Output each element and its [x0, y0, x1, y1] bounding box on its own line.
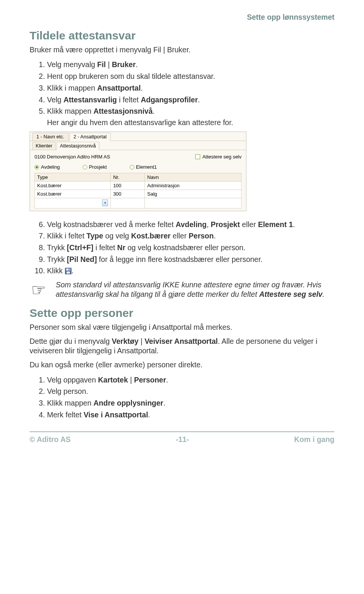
radio-icon — [83, 165, 87, 169]
step-item: Klikk mappen Attestasjonsnivå.Her angir … — [47, 106, 334, 129]
grid-col-header: Type — [35, 173, 111, 182]
step-item: Velg menyvalg Fil | Bruker. — [47, 59, 334, 71]
screenshot-checkbox-label: Attestere seg selv — [202, 154, 242, 160]
screenshot-radios: AvdelingProsjektElement1 — [35, 164, 242, 170]
table-row: Kost.bærer300Salg — [35, 190, 242, 198]
step-item: Velg kostnadsbærer ved å merke feltet Av… — [47, 219, 334, 230]
section2-p2: Dette gjør du i menyvalg Verktøy | Veivi… — [30, 337, 334, 356]
screenshot-tab[interactable]: 1 - Navn etc. — [32, 133, 69, 141]
section-title-2: Sette opp personer — [30, 307, 334, 320]
page-footer: © Aditro AS -11- Kom i gang — [30, 432, 334, 444]
screenshot-subtab[interactable]: Attestasjonsnivå — [56, 142, 99, 150]
step-item: Klikk mappen Andre opplysninger. — [47, 397, 334, 409]
grid-cell[interactable] — [145, 198, 242, 208]
checkbox-icon — [195, 154, 200, 159]
step-item: Klikk i feltet Type og velg Kost.bærer e… — [47, 230, 334, 242]
header-chapter: Sette opp lønnssystemet — [30, 13, 334, 22]
footer-left: © Aditro AS — [30, 435, 71, 444]
step-item: Velg oppgaven Kartotek | Personer. — [47, 374, 334, 386]
section2-steps: Velg oppgaven Kartotek | Personer.Velg p… — [30, 374, 334, 421]
radio-icon — [35, 165, 39, 169]
chevron-down-icon[interactable]: ▾ — [102, 199, 108, 206]
grid-cell[interactable]: Salg — [145, 190, 242, 198]
svg-rect-2 — [66, 271, 70, 274]
step-item: Merk feltet Vise i Ansattportal. — [47, 409, 334, 421]
screenshot-subtab[interactable]: Klienter — [32, 142, 56, 150]
save-icon — [65, 266, 72, 275]
svg-rect-3 — [69, 269, 69, 271]
step-item: Trykk [Pil Ned] for å legge inn flere ko… — [47, 254, 334, 265]
table-row: Kost.bærer100Administrasjon — [35, 182, 242, 190]
screenshot-company: 0100 Demoversjon Aditro HRM AS — [35, 154, 110, 160]
screenshot-grid: TypeNr.Navn Kost.bærer100AdministrasjonK… — [35, 173, 242, 208]
step-item: Hent opp brukeren som du skal tildele at… — [47, 71, 334, 83]
radio-label: Prosjekt — [89, 164, 107, 170]
info-note-text: Som standard vil attestansvarlig IKKE ku… — [56, 280, 334, 299]
screenshot-tab[interactable]: 2 - Ansattportal — [69, 133, 111, 141]
grid-cell[interactable]: Administrasjon — [145, 182, 242, 190]
step-item: Trykk [Ctrl+F] i feltet Nr og velg kostn… — [47, 242, 334, 254]
info-note: ☞ Som standard vil attestansvarlig IKKE … — [31, 280, 334, 299]
grid-cell[interactable]: 300 — [111, 190, 145, 198]
radio-icon — [130, 165, 134, 169]
step-item: Klikk . — [47, 265, 334, 277]
step-item: Velg Attestansvarlig i feltet Adgangspro… — [47, 94, 334, 106]
screenshot-tabs-top: 1 - Navn etc.2 - Ansattportal — [30, 132, 246, 141]
svg-rect-1 — [66, 269, 70, 271]
grid-cell[interactable] — [111, 198, 145, 208]
screenshot-checkbox-self[interactable]: Attestere seg selv — [195, 154, 242, 160]
screenshot-radio[interactable]: Prosjekt — [83, 164, 107, 170]
section2-p3: Du kan også merke (eller avmerke) person… — [30, 360, 334, 370]
section2-p1: Personer som skal være tilgjengelig i An… — [30, 323, 334, 332]
radio-label: Avdeling — [41, 164, 60, 170]
section1-steps-b: Velg kostnadsbærer ved å merke feltet Av… — [30, 219, 334, 277]
section-title-1: Tildele attestansvar — [30, 29, 334, 42]
footer-right: Kom i gang — [294, 435, 334, 444]
grid-cell[interactable]: Kost.bærer — [35, 190, 111, 198]
step-item: Klikk i mappen Ansattportal. — [47, 82, 334, 94]
screenshot-radio[interactable]: Avdeling — [35, 164, 60, 170]
table-row: ▾ — [35, 198, 242, 208]
footer-center: -11- — [176, 435, 189, 444]
section1-lead: Bruker må være opprettet i menyvalg Fil … — [30, 45, 334, 55]
grid-cell-dropdown[interactable]: ▾ — [35, 198, 111, 208]
grid-col-header: Navn — [145, 173, 242, 182]
screenshot-tabs-sub: KlienterAttestasjonsnivå — [30, 141, 246, 150]
radio-label: Element1 — [136, 164, 157, 170]
grid-col-header: Nr. — [111, 173, 145, 182]
screenshot-radio[interactable]: Element1 — [130, 164, 157, 170]
screenshot-panel: 1 - Navn etc.2 - Ansattportal KlienterAt… — [30, 132, 246, 211]
pointing-hand-icon: ☞ — [31, 280, 46, 299]
grid-cell[interactable]: Kost.bærer — [35, 182, 111, 190]
section1-steps-a: Velg menyvalg Fil | Bruker.Hent opp bruk… — [30, 59, 334, 129]
step-item: Velg person. — [47, 386, 334, 398]
grid-cell[interactable]: 100 — [111, 182, 145, 190]
